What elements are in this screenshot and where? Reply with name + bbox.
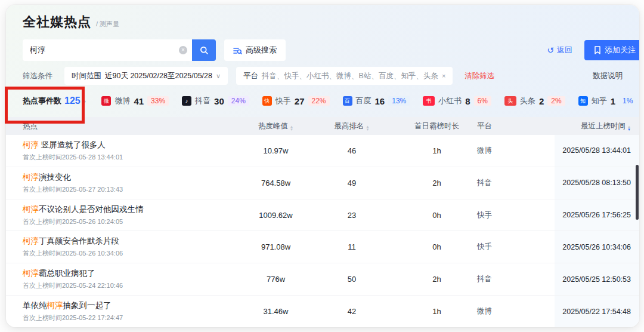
first-listed-time: 首次上榜时间2025-05-24 22:10:46 [23, 281, 244, 290]
platform-name: 百度 [356, 96, 371, 106]
first-day-duration: 1h [397, 307, 477, 316]
clear-filters-button[interactable]: 清除筛选 [465, 71, 494, 81]
platform-pct-badge: 24% [228, 96, 249, 106]
platform-pct-badge: 2% [547, 96, 565, 106]
platform-stat-weibo[interactable]: 微 微博 41 33% [101, 96, 169, 106]
platform-cell: 抖音 [477, 274, 555, 284]
platform-stat-douyin[interactable]: ♪ 抖音 30 24% [182, 96, 249, 106]
table-row[interactable]: 柯淳不议论别人是否对他因戏生情 首次上榜时间2025-05-26 10:24:0… [6, 199, 639, 232]
col-header-duration: 首日霸榜时长 [397, 121, 477, 131]
first-day-duration: 2h [397, 179, 477, 187]
peak-value: 764.58w [244, 179, 307, 187]
peak-value: 10.97w [244, 146, 307, 155]
filter-section-label: 筛选条件 [23, 71, 52, 81]
table-row[interactable]: 柯淳霸总职业病犯了 首次上榜时间2025-05-24 22:10:46 776w… [6, 263, 639, 296]
last-listed-time: 2025/05/26 10:34:06 [555, 231, 639, 263]
peak-value: 1009.62w [244, 211, 307, 220]
platform-stat-baidu[interactable]: 百 百度 16 13% [343, 96, 410, 106]
first-listed-time: 首次上榜时间2025-05-22 17:24:47 [23, 313, 244, 322]
hotspot-title-cell[interactable]: 柯淳 竖屏造就了很多人 首次上榜时间2025-05-28 13:44:01 [6, 140, 244, 162]
time-range-value: 近90天 2025/02/28至2025/05/28 [105, 71, 212, 81]
advanced-search-button[interactable]: 高级搜索 [224, 39, 286, 61]
sort-icon-active: ▲▼ [627, 125, 631, 131]
clear-input-icon[interactable]: × [179, 46, 187, 54]
search-input[interactable] [23, 39, 192, 61]
first-listed-time: 首次上榜时间2025-05-26 10:34:06 [23, 249, 244, 258]
platform-count: 30 [214, 96, 224, 106]
data-note-link[interactable]: 数据说明 [593, 71, 623, 81]
first-listed-time: 首次上榜时间2025-05-28 13:44:01 [23, 153, 244, 162]
kuaishou-icon: 快 [262, 96, 272, 106]
hotspot-title-cell[interactable]: 柯淳霸总职业病犯了 首次上榜时间2025-05-24 22:10:46 [6, 268, 244, 290]
platform-pct-badge: 33% [147, 96, 169, 106]
search-icon [200, 46, 209, 55]
platform-count: 2 [539, 96, 544, 106]
header-section: 全社媒热点 / 测声量 × [6, 5, 639, 117]
remove-filter-icon[interactable]: × [442, 72, 445, 79]
keyword-highlight: 柯淳 [23, 205, 39, 214]
scrollbar-thumb[interactable] [636, 165, 639, 220]
keyword-highlight: 柯淳 [23, 236, 39, 245]
top-rank: 50 [307, 275, 397, 284]
platform-pct-badge: 1% [619, 96, 636, 106]
back-label: 返回 [557, 45, 572, 56]
chevron-down-icon: ∨ [216, 72, 221, 80]
last-listed-time: 2025/05/28 13:44:01 [555, 135, 639, 167]
col-header-peak[interactable]: 热度峰值▲▼ [244, 121, 307, 131]
col-header-rank[interactable]: 最高排名▲▼ [307, 121, 397, 131]
xiaohongshu-icon: 书 [423, 96, 435, 106]
event-count[interactable]: 热点事件数 125 › [23, 96, 86, 106]
toutiao-icon: 头 [504, 96, 516, 106]
stats-row: 热点事件数 125 › 微 微博 41 33% ♪ 抖音 30 24% 快 快手… [23, 91, 623, 111]
platform-pct-badge: 13% [388, 96, 410, 106]
platform-stat-zhihu[interactable]: 知 知乎 1 1% [578, 96, 637, 106]
platform-count: 1 [611, 96, 615, 106]
top-rank: 49 [307, 179, 397, 187]
last-listed-time: 2025/05/26 17:56:25 [555, 199, 639, 231]
page-title: 全社媒热点 [23, 13, 91, 31]
first-listed-time: 首次上榜时间2025-05-27 20:13:43 [23, 185, 244, 194]
table-row[interactable]: 柯淳丁真颜安合作默杀片段 首次上榜时间2025-05-26 10:34:06 9… [6, 231, 639, 263]
col-header-lasttime[interactable]: 最近上榜时间▲▼ [555, 121, 639, 131]
advanced-search-label: 高级搜索 [246, 45, 277, 56]
baidu-icon: 百 [343, 96, 352, 106]
hotspot-title-cell[interactable]: 单依纯柯淳抽象到一起了 首次上榜时间2025-05-22 17:24:47 [6, 300, 244, 322]
platform-stat-toutiao[interactable]: 头 头条 2 2% [504, 96, 565, 106]
sort-icon: ▲▼ [290, 125, 293, 131]
platform-name: 知乎 [592, 96, 607, 106]
time-range-filter-chip[interactable]: 时间范围 近90天 2025/02/28至2025/05/28 ∨ [64, 67, 228, 85]
top-rank: 42 [307, 307, 397, 316]
back-button[interactable]: ↺ 返回 [547, 45, 572, 56]
first-day-duration: 0h [397, 211, 477, 220]
col-header-hotspot: 热点 [6, 121, 244, 131]
keyword-highlight: 柯淳 [23, 140, 39, 149]
table-row[interactable]: 柯淳 竖屏造就了很多人 首次上榜时间2025-05-28 13:44:01 10… [6, 135, 639, 167]
first-day-duration: 2h [397, 275, 477, 284]
search-input-wrap: × [23, 39, 216, 61]
platform-name: 头条 [520, 96, 535, 106]
peak-value: 971.08w [244, 242, 307, 251]
hotspot-title-cell[interactable]: 柯淳演技变化 首次上榜时间2025-05-27 20:13:43 [6, 172, 244, 194]
platform-cell: 抖音 [477, 178, 555, 188]
hotspot-title-cell[interactable]: 柯淳不议论别人是否对他因戏生情 首次上榜时间2025-05-26 10:24:0… [6, 204, 244, 226]
table-row[interactable]: 单依纯柯淳抽象到一起了 首次上榜时间2025-05-22 17:24:47 31… [6, 296, 639, 327]
platform-filter-label: 平台 [243, 71, 258, 81]
keyword-highlight: 柯淳 [23, 173, 39, 182]
platform-stat-kuaishou[interactable]: 快 快手 27 22% [262, 96, 330, 106]
search-button[interactable] [192, 39, 216, 61]
platform-stat-xiaohongshu[interactable]: 书 小红书 8 6% [423, 96, 491, 106]
advanced-search-icon [233, 46, 242, 55]
platform-cell: 微博 [477, 146, 555, 156]
hotspot-title-cell[interactable]: 柯淳丁真颜安合作默杀片段 首次上榜时间2025-05-26 10:34:06 [6, 236, 244, 258]
platform-filter-chip[interactable]: 平台 抖音、快手、小红书、微博、B站、百度、知乎、头条 × [236, 67, 453, 85]
table-row[interactable]: 柯淳演技变化 首次上榜时间2025-05-27 20:13:43 764.58w… [6, 167, 639, 199]
platform-pct-badge: 22% [308, 96, 330, 106]
last-listed-time: 2025/05/28 08:13:50 [555, 167, 639, 199]
first-listed-time: 首次上榜时间2025-05-26 10:24:05 [23, 217, 244, 226]
time-range-label: 时间范围 [72, 71, 101, 81]
search-row: × [23, 39, 623, 61]
zhihu-icon: 知 [578, 96, 588, 106]
add-follow-button[interactable]: 添加关注 [584, 40, 639, 60]
top-rank: 11 [307, 242, 397, 251]
keyword-highlight: 柯淳 [23, 269, 39, 278]
